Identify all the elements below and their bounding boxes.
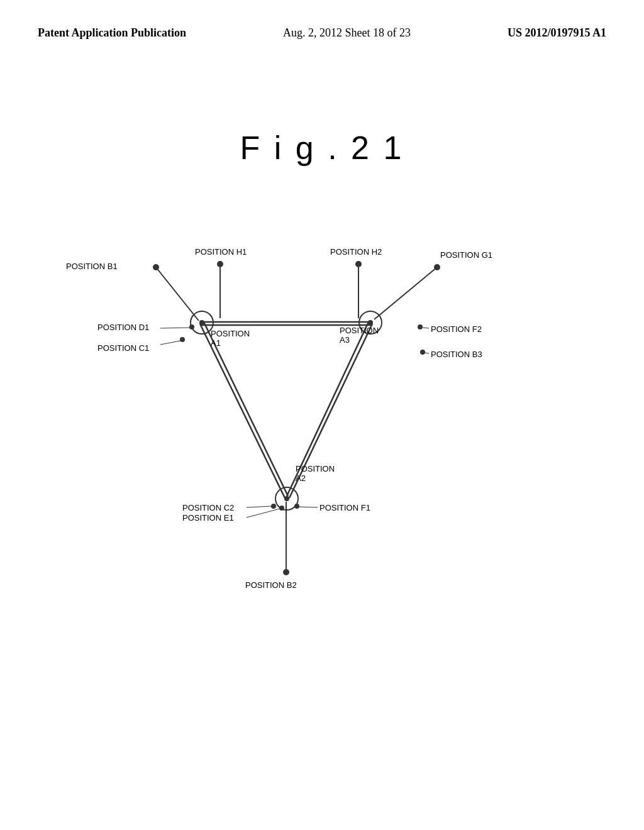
svg-line-32 bbox=[425, 353, 429, 353]
label-C2: POSITION C2 bbox=[182, 503, 234, 512]
label-F1: POSITION F1 bbox=[319, 503, 370, 512]
svg-point-23 bbox=[418, 324, 423, 329]
svg-line-35 bbox=[299, 507, 318, 507]
label-A3: POSITION bbox=[340, 326, 379, 335]
svg-point-21 bbox=[189, 324, 194, 329]
header-patent-number: US 2012/0197915 A1 bbox=[508, 25, 606, 41]
svg-point-20 bbox=[434, 264, 440, 270]
label-A1: POSITION bbox=[211, 329, 250, 338]
svg-point-22 bbox=[180, 337, 185, 342]
label-A2: POSITION bbox=[296, 464, 335, 473]
header-publication-label: Patent Application Publication bbox=[38, 25, 186, 41]
svg-point-24 bbox=[420, 350, 425, 355]
svg-line-9 bbox=[374, 267, 437, 319]
svg-point-19 bbox=[355, 261, 362, 267]
label-E1: POSITION E1 bbox=[182, 513, 234, 523]
svg-point-25 bbox=[271, 504, 276, 509]
diagram-container: POSITION B1 POSITION H1 POSITION H2 POSI… bbox=[0, 195, 644, 698]
svg-line-33 bbox=[247, 506, 272, 507]
svg-point-28 bbox=[283, 569, 289, 575]
svg-line-30 bbox=[160, 341, 180, 345]
label-A2-2: A2 bbox=[296, 473, 306, 483]
svg-line-0 bbox=[200, 324, 285, 498]
svg-point-14 bbox=[368, 320, 373, 325]
label-B3: POSITION B3 bbox=[431, 350, 482, 359]
label-B2: POSITION B2 bbox=[245, 580, 297, 590]
header-date-sheet: Aug. 2, 2012 Sheet 18 of 23 bbox=[283, 25, 411, 41]
label-H1: POSITION H1 bbox=[195, 247, 247, 257]
label-D1: POSITION D1 bbox=[97, 323, 149, 332]
svg-point-26 bbox=[279, 506, 284, 511]
label-A3-2: A3 bbox=[340, 335, 350, 345]
svg-point-17 bbox=[153, 264, 159, 270]
svg-line-31 bbox=[423, 328, 429, 328]
svg-point-16 bbox=[284, 496, 289, 501]
svg-line-1 bbox=[204, 322, 288, 496]
svg-point-18 bbox=[217, 261, 223, 267]
label-H2: POSITION H2 bbox=[330, 247, 382, 257]
svg-point-12 bbox=[199, 320, 204, 325]
svg-line-34 bbox=[247, 509, 280, 517]
svg-line-29 bbox=[160, 328, 190, 328]
label-B1: POSITION B1 bbox=[66, 262, 118, 271]
label-G1: POSITION G1 bbox=[440, 250, 492, 260]
label-F2: POSITION F2 bbox=[431, 324, 482, 334]
label-A1-2: A1 bbox=[211, 338, 221, 348]
figure-title: F i g . 2 1 bbox=[0, 129, 644, 167]
label-C1: POSITION C1 bbox=[97, 343, 149, 353]
page-header: Patent Application Publication Aug. 2, 2… bbox=[0, 0, 644, 41]
svg-line-6 bbox=[156, 267, 199, 321]
svg-point-27 bbox=[294, 504, 299, 509]
